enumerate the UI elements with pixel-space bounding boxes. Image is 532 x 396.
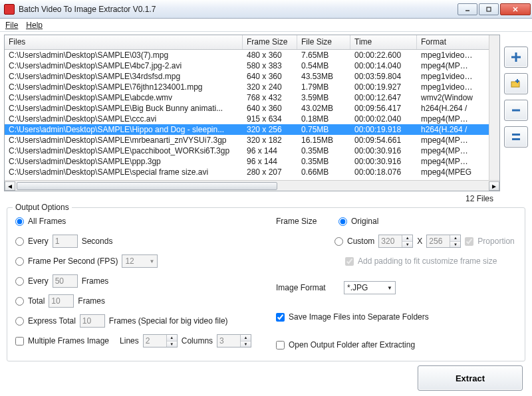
cell-file: C:\Users\admin\Desktop\SAMPLE\abcde.wmv (5, 93, 243, 102)
cell-size: 43.02MB (297, 104, 350, 113)
down-icon[interactable]: ▼ (241, 342, 251, 347)
menu-help[interactable]: Help (26, 21, 43, 30)
cell-time: 00:00:19.927 (350, 82, 417, 92)
cell-size: 0.66MB (297, 167, 350, 177)
check-save-separate[interactable] (276, 313, 285, 322)
label-fps: Frame Per Second (FPS) (28, 256, 118, 266)
table-row[interactable]: C:\Users\admin\Desktop\SAMPLE\ccc.avi915… (5, 114, 489, 124)
vertical-scrollbar[interactable] (489, 35, 499, 180)
cell-time: 00:00:30.916 (350, 146, 417, 155)
close-button[interactable] (500, 3, 531, 15)
th-size[interactable]: File Size (297, 35, 350, 49)
scroll-left-icon[interactable]: ◂ (5, 181, 15, 191)
scroll-right-icon[interactable]: ▸ (489, 181, 499, 191)
spinner-columns[interactable]: ▲▼ (217, 334, 251, 347)
cell-time: 00:00:12.647 (350, 93, 417, 102)
radio-express-total[interactable] (15, 317, 24, 326)
spinner-width[interactable]: ▲▼ (378, 235, 413, 248)
table-body[interactable]: C:\Users\admin\Desktop\SAMPLE\03(7).mpg4… (5, 50, 489, 180)
cell-format: wmv2(Window (417, 93, 477, 102)
files-table[interactable]: Files Frame Size File Size Time Format C… (4, 35, 500, 191)
up-icon[interactable]: ▲ (402, 235, 412, 242)
radio-custom[interactable] (334, 237, 343, 246)
remove-button[interactable] (504, 100, 528, 121)
cell-format: mpeg1video(M (417, 82, 477, 92)
cell-frame: 96 x 144 (243, 157, 297, 166)
cell-frame: 640 x 360 (243, 104, 297, 113)
down-icon[interactable]: ▼ (167, 342, 177, 347)
cell-frame: 96 x 144 (243, 146, 297, 155)
app-icon (4, 4, 15, 15)
table-row[interactable]: C:\Users\admin\Desktop\SAMPLE\76jthn1234… (5, 82, 489, 92)
cell-format: h264(H.264 / (417, 125, 477, 134)
table-row[interactable]: C:\Users\admin\Desktop\SAMPLE\34rdsfsd.m… (5, 71, 489, 82)
svg-rect-1 (487, 7, 491, 11)
cell-format: mpeg4(MPEG- (417, 114, 477, 124)
menu-file[interactable]: File (5, 21, 18, 30)
down-icon[interactable]: ▼ (450, 242, 460, 248)
cell-size: 0.75MB (297, 125, 350, 134)
input-every-seconds[interactable] (53, 235, 78, 248)
chevron-down-icon: ▼ (149, 258, 154, 264)
table-row[interactable]: C:\Users\admin\Desktop\SAMPLE\ppp.3gp96 … (5, 156, 489, 167)
table-row[interactable]: C:\Users\admin\Desktop\SAMPLE\pacchiboot… (5, 146, 489, 156)
table-row[interactable]: C:\Users\admin\Desktop\SAMPLE\Hippo and … (5, 124, 489, 135)
radio-total[interactable] (15, 297, 24, 306)
input-every-frames[interactable] (53, 274, 78, 288)
input-express-total[interactable] (80, 314, 105, 328)
th-format[interactable]: Format (417, 35, 477, 49)
radio-fps[interactable] (15, 257, 24, 266)
svg-rect-8 (515, 80, 519, 82)
cell-format: mpeg1video(M (417, 50, 477, 60)
horizontal-scrollbar[interactable]: ◂ ▸ (5, 180, 499, 191)
table-row[interactable]: C:\Users\admin\Desktop\SAMPLE\abcde.wmv7… (5, 92, 489, 103)
label-all-frames: All Frames (28, 217, 66, 226)
cell-time: 00:09:54.661 (350, 136, 417, 145)
add-folder-button[interactable] (504, 73, 528, 94)
label-every-post: Seconds (82, 237, 113, 246)
radio-all-frames[interactable] (15, 217, 24, 226)
table-row[interactable]: C:\Users\admin\Desktop\SAMPLE\Big Buck B… (5, 103, 489, 114)
combo-fps[interactable]: 12▼ (122, 254, 158, 268)
clear-button[interactable] (504, 126, 528, 148)
spinner-height[interactable]: ▲▼ (426, 235, 461, 248)
output-options-group: Output Options All Frames Every Seconds … (7, 207, 525, 361)
cell-size: 0.54MB (297, 61, 350, 70)
svg-rect-11 (512, 138, 520, 140)
up-icon[interactable]: ▲ (450, 235, 460, 242)
cell-size: 0.18MB (297, 114, 350, 124)
up-icon[interactable]: ▲ (167, 335, 177, 342)
th-time[interactable]: Time (350, 35, 417, 49)
cell-format: mpeg4(MPEG (417, 167, 477, 177)
minimize-button[interactable] (458, 3, 477, 15)
cell-size: 43.53MB (297, 72, 350, 81)
extract-button[interactable]: Extract (418, 365, 523, 391)
add-file-button[interactable] (504, 47, 528, 68)
cell-time: 00:00:22.600 (350, 50, 417, 60)
input-total-frames[interactable] (49, 294, 74, 308)
radio-every-frames[interactable] (15, 277, 24, 286)
down-icon[interactable]: ▼ (402, 242, 412, 248)
check-padding (345, 257, 354, 266)
cell-size: 3.59MB (297, 93, 350, 102)
scroll-thumb[interactable] (17, 182, 277, 190)
svg-rect-5 (511, 56, 521, 58)
files-count: 12 Files (0, 191, 532, 203)
radio-every-seconds[interactable] (15, 237, 24, 246)
th-frame[interactable]: Frame Size (243, 35, 297, 49)
check-multiple-frames[interactable] (15, 337, 24, 346)
spinner-lines[interactable]: ▲▼ (143, 334, 178, 347)
radio-original[interactable] (338, 217, 347, 226)
table-row[interactable]: C:\Users\admin\Desktop\SAMPLE\mrbeanarti… (5, 135, 489, 146)
table-row[interactable]: C:\Users\admin\Desktop\SAMPLE\03(7).mpg4… (5, 50, 489, 60)
table-row[interactable]: C:\Users\admin\Desktop\SAMPLE\special fr… (5, 167, 489, 177)
cell-file: C:\Users\admin\Desktop\SAMPLE\4bc7.jpg-2… (5, 61, 243, 70)
table-row[interactable]: C:\Users\admin\Desktop\SAMPLE\4bc7.jpg-2… (5, 60, 489, 71)
maximize-button[interactable] (479, 3, 499, 15)
combo-image-format[interactable]: *.JPG▼ (344, 281, 396, 294)
check-open-after[interactable] (276, 341, 285, 349)
up-icon[interactable]: ▲ (241, 335, 251, 342)
cell-file: C:\Users\admin\Desktop\SAMPLE\Hippo and … (5, 125, 243, 134)
th-files[interactable]: Files (5, 35, 243, 49)
cell-time: 00:03:59.804 (350, 72, 417, 81)
